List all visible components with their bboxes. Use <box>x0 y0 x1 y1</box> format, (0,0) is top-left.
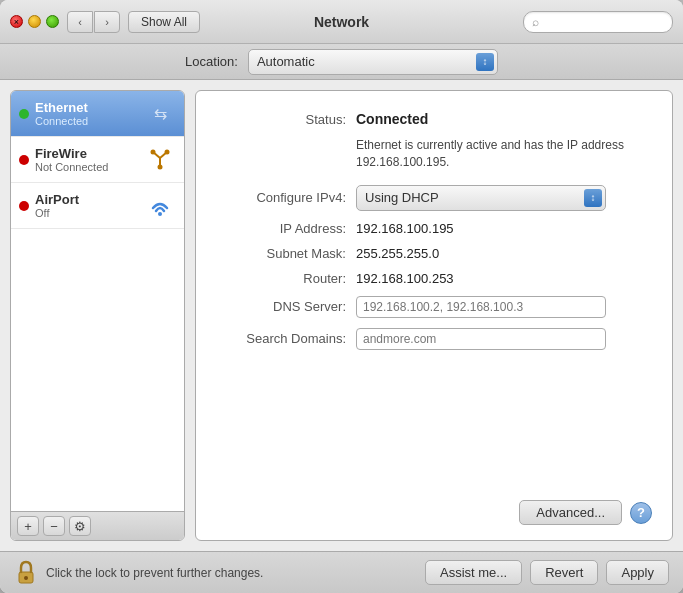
ip-label: IP Address: <box>216 221 346 236</box>
window-title: Network <box>314 14 369 30</box>
traffic-lights: × <box>10 15 59 28</box>
status-row: Status: Connected <box>216 111 652 127</box>
subnet-label: Subnet Mask: <box>216 246 346 261</box>
sidebar-item-name-ethernet: Ethernet <box>35 100 144 115</box>
sidebar-item-airport[interactable]: AirPort Off <box>11 183 184 229</box>
airport-icon <box>144 194 176 218</box>
router-value: 192.168.100.253 <box>356 271 454 286</box>
status-dot-airport <box>19 201 29 211</box>
sidebar-item-status-firewire: Not Connected <box>35 161 144 173</box>
sidebar-item-info-airport: AirPort Off <box>35 192 144 219</box>
main-content: Ethernet Connected ⇆ FireWire Not Connec… <box>0 80 683 551</box>
apply-button[interactable]: Apply <box>606 560 669 585</box>
search-domains-input[interactable] <box>356 328 606 350</box>
sidebar-item-firewire[interactable]: FireWire Not Connected <box>11 137 184 183</box>
dns-input[interactable] <box>356 296 606 318</box>
svg-point-5 <box>158 164 163 169</box>
revert-button[interactable]: Revert <box>530 560 598 585</box>
configure-row: Configure IPv4: Using DHCP Manually Off … <box>216 185 652 211</box>
sidebar-item-info-firewire: FireWire Not Connected <box>35 146 144 173</box>
bottom-bar: Click the lock to prevent further change… <box>0 551 683 593</box>
status-label: Status: <box>216 112 346 127</box>
ip-value: 192.168.100.195 <box>356 221 454 236</box>
lock-icon[interactable] <box>14 559 38 587</box>
sidebar-item-ethernet[interactable]: Ethernet Connected ⇆ <box>11 91 184 137</box>
location-select-container: Automatic Home Work ↕ <box>248 49 498 75</box>
sidebar-item-name-firewire: FireWire <box>35 146 144 161</box>
maximize-button[interactable] <box>46 15 59 28</box>
sidebar-footer: + − ⚙ <box>11 511 184 540</box>
nav-buttons: ‹ › <box>67 11 120 33</box>
detail-footer: Advanced... ? <box>216 490 652 525</box>
search-domains-label: Search Domains: <box>216 331 346 346</box>
show-all-button[interactable]: Show All <box>128 11 200 33</box>
sidebar-item-info-ethernet: Ethernet Connected <box>35 100 144 127</box>
gear-button[interactable]: ⚙ <box>69 516 91 536</box>
configure-select-container: Using DHCP Manually Off ↕ <box>356 185 606 211</box>
minimize-button[interactable] <box>28 15 41 28</box>
location-toolbar: Location: Automatic Home Work ↕ <box>0 44 683 80</box>
firewire-icon <box>144 148 176 172</box>
remove-network-button[interactable]: − <box>43 516 65 536</box>
configure-ipv4-select[interactable]: Using DHCP Manually Off <box>356 185 606 211</box>
close-button[interactable]: × <box>10 15 23 28</box>
search-icon: ⌕ <box>532 15 539 29</box>
configure-label: Configure IPv4: <box>216 190 346 205</box>
search-bar[interactable]: ⌕ <box>523 11 673 33</box>
svg-point-3 <box>151 149 156 154</box>
status-dot-ethernet <box>19 109 29 119</box>
search-input[interactable] <box>543 15 664 29</box>
dns-label: DNS Server: <box>216 299 346 314</box>
sidebar-item-name-airport: AirPort <box>35 192 144 207</box>
assist-button[interactable]: Assist me... <box>425 560 522 585</box>
router-label: Router: <box>216 271 346 286</box>
sidebar: Ethernet Connected ⇆ FireWire Not Connec… <box>10 90 185 541</box>
svg-point-4 <box>165 149 170 154</box>
search-domains-row: Search Domains: <box>216 328 652 350</box>
status-description: Ethernet is currently active and has the… <box>356 137 652 171</box>
status-value: Connected <box>356 111 428 127</box>
location-label: Location: <box>185 54 238 69</box>
advanced-button[interactable]: Advanced... <box>519 500 622 525</box>
add-network-button[interactable]: + <box>17 516 39 536</box>
detail-spacer <box>216 360 652 490</box>
sidebar-list: Ethernet Connected ⇆ FireWire Not Connec… <box>11 91 184 511</box>
window: × ‹ › Show All Network ⌕ Location: Auto <box>0 0 683 593</box>
subnet-value: 255.255.255.0 <box>356 246 439 261</box>
detail-panel: Status: Connected Ethernet is currently … <box>195 90 673 541</box>
status-dot-firewire <box>19 155 29 165</box>
back-button[interactable]: ‹ <box>67 11 93 33</box>
ip-row: IP Address: 192.168.100.195 <box>216 221 652 236</box>
forward-button[interactable]: › <box>94 11 120 33</box>
sidebar-item-status-ethernet: Connected <box>35 115 144 127</box>
svg-point-8 <box>24 576 28 580</box>
titlebar: × ‹ › Show All Network ⌕ <box>0 0 683 44</box>
help-button[interactable]: ? <box>630 502 652 524</box>
sidebar-item-status-airport: Off <box>35 207 144 219</box>
svg-point-6 <box>158 212 162 216</box>
subnet-row: Subnet Mask: 255.255.255.0 <box>216 246 652 261</box>
lock-text: Click the lock to prevent further change… <box>46 566 417 580</box>
router-row: Router: 192.168.100.253 <box>216 271 652 286</box>
location-select[interactable]: Automatic Home Work <box>248 49 498 75</box>
dns-row: DNS Server: <box>216 296 652 318</box>
ethernet-icon: ⇆ <box>144 102 176 126</box>
